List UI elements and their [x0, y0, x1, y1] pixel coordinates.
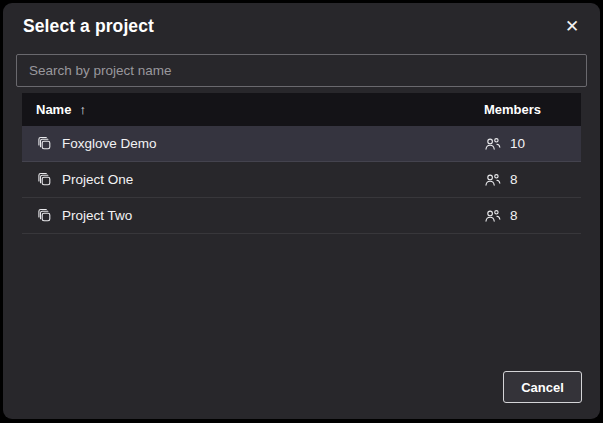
project-name-cell: Project One [22, 171, 484, 188]
dialog-footer: Cancel [503, 371, 582, 403]
member-count: 10 [510, 136, 525, 151]
projects-table: Name ↑ Members Foxglove Demo [22, 93, 581, 234]
members-icon [484, 171, 501, 188]
project-row[interactable]: Foxglove Demo 10 [22, 126, 581, 162]
members-icon [484, 207, 501, 224]
project-members-cell: 10 [484, 135, 581, 152]
table-header-row: Name ↑ Members [22, 93, 581, 126]
project-name: Project Two [62, 208, 132, 223]
column-header-members-label: Members [484, 102, 541, 117]
column-header-name-label: Name [36, 102, 71, 117]
table-body: Foxglove Demo 10 Pro [22, 126, 581, 234]
project-name-cell: Project Two [22, 207, 484, 224]
modal-backdrop: Select a project ✕ Name ↑ Members [0, 0, 603, 423]
dialog-title: Select a project [23, 16, 580, 37]
project-name: Project One [62, 172, 133, 187]
cancel-button[interactable]: Cancel [503, 371, 582, 403]
search-input[interactable] [16, 54, 587, 87]
select-project-dialog: Select a project ✕ Name ↑ Members [3, 3, 600, 419]
project-name-cell: Foxglove Demo [22, 135, 484, 152]
member-count: 8 [510, 208, 518, 223]
column-header-name[interactable]: Name ↑ [22, 102, 484, 117]
project-row[interactable]: Project Two 8 [22, 198, 581, 234]
column-header-members[interactable]: Members [484, 102, 581, 117]
project-members-cell: 8 [484, 171, 581, 188]
close-icon[interactable]: ✕ [558, 13, 586, 41]
sort-ascending-icon: ↑ [79, 102, 86, 117]
project-layers-icon [36, 135, 53, 152]
project-row[interactable]: Project One 8 [22, 162, 581, 198]
member-count: 8 [510, 172, 518, 187]
members-icon [484, 135, 501, 152]
project-name: Foxglove Demo [62, 136, 157, 151]
project-layers-icon [36, 171, 53, 188]
project-members-cell: 8 [484, 207, 581, 224]
project-layers-icon [36, 207, 53, 224]
dialog-header: Select a project ✕ [3, 3, 600, 48]
